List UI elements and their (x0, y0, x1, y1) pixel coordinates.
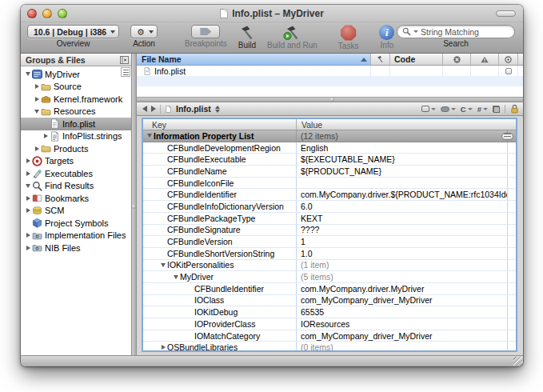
disclosure-triangle[interactable] (159, 263, 167, 267)
disclosure-triangle[interactable] (33, 84, 41, 89)
sidebar-item-nib-files[interactable]: NIB Files (21, 242, 131, 254)
sidebar-item-products[interactable]: Products (21, 142, 131, 155)
breakpoints-button[interactable] (191, 25, 220, 38)
hammer-run-icon[interactable] (282, 25, 301, 40)
search-input[interactable]: String Matching (397, 25, 515, 38)
disclosure-triangle[interactable] (42, 134, 50, 138)
warning-icon (481, 56, 489, 63)
class-menu-button[interactable]: C (461, 105, 473, 114)
sidebar-item-bookmarks[interactable]: Bookmarks (21, 192, 131, 205)
plist-row[interactable]: IOKitDebug 65535 (143, 306, 516, 318)
splitter-dimple (132, 205, 136, 209)
breakpoints-menu-button[interactable] (441, 106, 456, 112)
column-header-warnings[interactable] (470, 54, 498, 66)
disclosure-triangle[interactable] (24, 246, 32, 250)
lock-icon[interactable] (510, 104, 519, 114)
sidebar-item-resources[interactable]: Resources (21, 106, 131, 118)
nav-file-name[interactable]: Info.plist (176, 104, 211, 114)
menu-lines-icon (504, 134, 511, 138)
column-header-build[interactable] (370, 54, 389, 66)
sidebar-item-executables[interactable]: Executables (21, 167, 131, 180)
plist-row-iokit[interactable]: IOKitPersonalities (1 item) (143, 260, 516, 272)
plist-row[interactable]: CFBundlePackageType KEXT (143, 213, 516, 225)
zoom-button[interactable] (58, 9, 67, 18)
column-header-target[interactable] (498, 54, 517, 66)
line-number-menu-button[interactable]: # (477, 105, 488, 114)
back-button[interactable] (142, 106, 147, 112)
sidebar-item-info-plist[interactable]: Info.plist (21, 118, 131, 130)
sidebar-header[interactable]: Groups & Files (21, 54, 131, 66)
disclosure-triangle[interactable] (159, 345, 167, 350)
column-header-errors[interactable] (442, 54, 470, 66)
scm-icon (32, 206, 42, 216)
disclosure-triangle[interactable] (33, 97, 41, 102)
disclosure-triangle[interactable] (24, 158, 32, 163)
disclosure-triangle[interactable] (33, 110, 41, 114)
sidebar-item-targets[interactable]: Targets (21, 155, 131, 168)
info-icon[interactable]: i (379, 25, 394, 40)
sidebar-item-mydriver[interactable]: MyDriver (21, 68, 131, 81)
file-row-info-plist[interactable]: Info.plist (137, 66, 523, 76)
row-menu-button[interactable] (501, 133, 513, 140)
sidebar-item-infoplist-strings[interactable]: InfoPlist.strings (21, 130, 131, 143)
counterpart-button[interactable] (421, 106, 436, 112)
hammer-icon[interactable] (238, 25, 256, 40)
horizontal-splitter[interactable] (137, 97, 523, 102)
plist-row[interactable]: CFBundleInfoDictionaryVersion 6.0 (143, 201, 516, 213)
disclosure-triangle[interactable] (24, 184, 32, 188)
column-header-spacer (517, 54, 523, 66)
toolbar-toggle-pill[interactable] (496, 10, 516, 17)
column-header-key[interactable]: Key (143, 119, 297, 130)
sidebar-item-project-symbols[interactable]: Project Symbols (21, 217, 131, 230)
disclosure-triangle[interactable] (24, 196, 32, 201)
sidebar-menu-button[interactable] (121, 67, 130, 77)
status-bar (21, 355, 523, 366)
sidebar-item-source[interactable]: Source (21, 81, 131, 94)
column-header-value[interactable]: Value (297, 119, 516, 130)
plist-row[interactable]: CFBundleName ${PRODUCT_NAME} (143, 166, 516, 178)
disclosure-triangle[interactable] (24, 208, 32, 213)
sidebar-item-scm[interactable]: SCM (21, 205, 131, 218)
plist-row[interactable]: CFBundleSignature ???? (143, 225, 516, 237)
column-header-file-name[interactable]: File Name (137, 54, 370, 66)
overview-popup[interactable]: 10.6 | Debug | i386 (27, 25, 119, 38)
plist-row[interactable]: CFBundleDevelopmentRegion English (143, 142, 516, 154)
plist-row[interactable]: CFBundleIconFile (143, 178, 516, 190)
plist-row-osbundle[interactable]: OSBundleLibraries (0 items) (143, 342, 516, 352)
bookmarks-icon[interactable] (493, 106, 500, 113)
close-button[interactable] (27, 9, 37, 18)
plist-row[interactable]: CFBundleIdentifier com.MyCompany.driver.… (143, 283, 516, 295)
breakpoint-pill-icon (441, 106, 449, 112)
minimize-button[interactable] (42, 9, 52, 18)
disclosure-triangle[interactable] (172, 275, 180, 279)
plist-row[interactable]: CFBundleIdentifier com.MyCompany.driver.… (143, 189, 516, 201)
forward-button[interactable] (151, 106, 156, 112)
disclosure-triangle[interactable] (24, 171, 32, 176)
sidebar-item-kernel-framework[interactable]: Kernel.framework (21, 93, 131, 106)
plist-row[interactable]: IOMatchCategory com_MyCompany_driver_MyD… (143, 330, 516, 342)
resize-grip[interactable] (513, 357, 522, 366)
plist-row[interactable]: CFBundleVersion 1 (143, 236, 516, 248)
split-view-icon[interactable] (120, 56, 129, 64)
plist-row[interactable]: CFBundleExecutable ${EXECUTABLE_NAME} (143, 154, 516, 166)
sidebar-item-find-results[interactable]: Find Results (21, 180, 131, 193)
editor-nav-bar: Info.plist C # (137, 102, 523, 116)
column-header-code[interactable]: Code (389, 54, 442, 66)
plist-row-mydriver[interactable]: MyDriver (5 items) (143, 271, 516, 283)
plist-row[interactable]: IOClass com_MyCompany_driver_MyDriver (143, 295, 516, 307)
disclosure-triangle[interactable] (24, 72, 32, 76)
title-bar[interactable]: Info.plist – MyDriver (21, 5, 523, 22)
sidebar-item-implementation-files[interactable]: Implementation Files (21, 230, 131, 242)
file-popup-arrows-icon[interactable] (215, 106, 220, 113)
disclosure-triangle[interactable] (33, 146, 41, 151)
document-proxy-icon[interactable] (220, 9, 228, 18)
vertical-splitter[interactable] (131, 54, 137, 355)
stop-octagon-icon[interactable] (341, 25, 357, 41)
plist-row-root[interactable]: Information Property List (12 items) (143, 130, 516, 142)
target-checkbox[interactable] (505, 68, 512, 74)
disclosure-triangle[interactable] (146, 134, 154, 138)
plist-row[interactable]: IOProviderClass IOResources (143, 318, 516, 330)
plist-row[interactable]: CFBundleShortVersionString 1.0 (143, 248, 516, 260)
disclosure-triangle[interactable] (24, 233, 32, 238)
action-popup[interactable]: ⚙ (130, 25, 158, 38)
